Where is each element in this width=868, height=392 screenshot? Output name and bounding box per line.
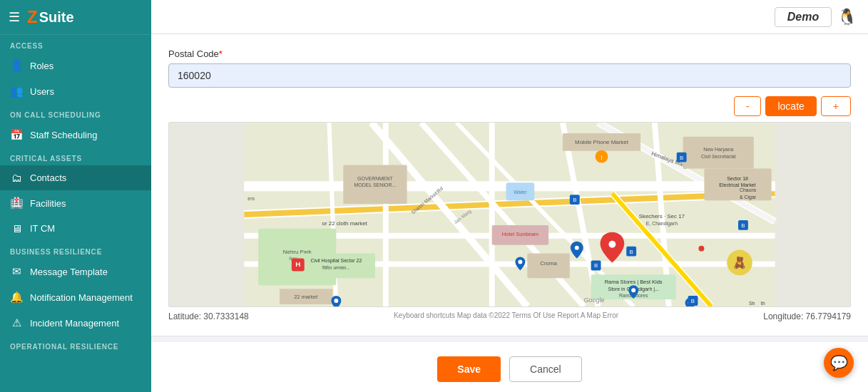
svg-text:Croma: Croma <box>540 260 557 267</box>
svg-text:Skechers · Sec 17: Skechers · Sec 17 <box>639 213 685 220</box>
hamburger-icon[interactable]: ☰ <box>9 9 20 25</box>
svg-text:Sector 18: Sector 18 <box>727 176 748 181</box>
svg-text:GOVERNMENT: GOVERNMENT <box>357 176 393 181</box>
svg-text:or 22 cloth market: or 22 cloth market <box>322 220 368 227</box>
chat-icon: 💬 <box>830 354 848 371</box>
longitude-text: Longitude: 76.7794179 <box>763 311 851 321</box>
map-svg: Nehru Park नेहरू पार्क GOVERNMENT MODEL … <box>169 123 850 306</box>
map-controls: - locate + <box>168 96 851 116</box>
incident-icon: ⚠ <box>10 316 23 329</box>
svg-point-61 <box>575 246 579 250</box>
main-content: Demo 🐧 Postal Code* - locate + <box>151 0 868 392</box>
sidebar-item-label: Contacts <box>30 172 66 183</box>
sidebar-item-notification-management[interactable]: 🔔 Notification Management <box>0 284 151 310</box>
action-card: Save Cancel <box>151 342 868 392</box>
svg-text:B: B <box>630 249 633 255</box>
svg-rect-30 <box>683 137 754 169</box>
sidebar-item-label: Roles <box>30 61 53 71</box>
map-attribution: Keyboard shortcuts Map data ©2022 Terms … <box>394 311 618 321</box>
svg-text:सिविल अस्पताल...: सिविल अस्पताल... <box>322 265 349 270</box>
svg-point-65 <box>334 299 338 303</box>
svg-point-84 <box>698 246 704 252</box>
svg-text:ers: ers <box>247 196 255 201</box>
map-info: Latitude: 30.7333148 Keyboard shortcuts … <box>168 311 851 321</box>
sidebar: ☰ Z Suite ACCESS 👤 Roles 👥 Users ON CALL… <box>0 0 151 392</box>
sidebar-item-label: Incident Management <box>30 318 119 329</box>
svg-text:Chaura: Chaura <box>740 187 756 192</box>
svg-point-60 <box>608 241 616 248</box>
staff-scheduling-icon: 📅 <box>10 128 23 141</box>
map-zoom-out-button[interactable]: - <box>734 96 762 116</box>
section-label-oncall: ON CALL SCHEDULING <box>0 104 151 122</box>
svg-text:Civil Hospital Sector 22: Civil Hospital Sector 22 <box>311 258 362 264</box>
logo-z: Z <box>27 7 38 27</box>
section-label-business: BUSINESS RESILIENCE <box>0 241 151 259</box>
svg-text:Hotel Sunbeam: Hotel Sunbeam <box>502 231 538 237</box>
topbar: Demo 🐧 <box>151 0 868 34</box>
demo-input[interactable]: Demo <box>775 7 832 27</box>
save-button[interactable]: Save <box>437 356 501 382</box>
sidebar-item-label: Notification Management <box>30 292 133 303</box>
form-card: Postal Code* - locate + <box>151 34 868 336</box>
svg-text:B: B <box>573 197 576 203</box>
svg-text:& Cigar: & Cigar <box>740 195 757 200</box>
svg-text:!: ! <box>601 153 603 161</box>
chat-fab-button[interactable]: 💬 <box>824 348 854 378</box>
svg-text:Rama Stores | Best Kids: Rama Stores | Best Kids <box>605 279 663 285</box>
topbar-demo: Demo 🐧 <box>775 7 857 27</box>
svg-text:B: B <box>680 155 683 161</box>
sidebar-item-facilities[interactable]: 🏥 Facilities <box>0 190 151 216</box>
roles-icon: 👤 <box>10 59 23 72</box>
sidebar-item-itcm[interactable]: 🖥 IT CM <box>0 216 151 241</box>
sidebar-item-label: Users <box>30 86 54 97</box>
cancel-button[interactable]: Cancel <box>509 356 582 382</box>
sidebar-item-roles[interactable]: 👤 Roles <box>0 53 151 78</box>
latitude-text: Latitude: 30.7333148 <box>168 311 249 321</box>
svg-text:Water: Water <box>514 190 527 195</box>
svg-point-62 <box>518 260 522 264</box>
section-label-operational: OPERATIONAL RESILIENCE <box>0 336 151 354</box>
svg-text:B: B <box>594 262 598 269</box>
sidebar-header: ☰ Z Suite <box>0 0 151 35</box>
map-container[interactable]: Nehru Park नेहरू पार्क GOVERNMENT MODEL … <box>168 122 851 307</box>
postal-code-input[interactable] <box>168 63 851 88</box>
svg-text:MODEL SENIOR...: MODEL SENIOR... <box>354 182 397 187</box>
svg-text:H: H <box>295 260 300 268</box>
svg-text:B: B <box>741 222 745 229</box>
svg-text:th: th <box>761 301 765 306</box>
svg-text:Electrical Market: Electrical Market <box>719 182 755 187</box>
message-template-icon: ✉ <box>10 265 23 278</box>
section-label-access: ACCESS <box>0 35 151 53</box>
sidebar-item-contacts[interactable]: 🗂 Contacts <box>0 165 151 190</box>
linux-icon: 🐧 <box>837 8 857 26</box>
itcm-icon: 🖥 <box>10 222 23 234</box>
sidebar-item-label: IT CM <box>30 223 55 234</box>
sidebar-item-incident-management[interactable]: ⚠ Incident Management <box>0 310 151 336</box>
content-area: Postal Code* - locate + <box>151 34 868 392</box>
svg-text:🧸: 🧸 <box>732 256 747 269</box>
sidebar-item-users[interactable]: 👥 Users <box>0 78 151 104</box>
map-zoom-in-button[interactable]: + <box>821 96 851 116</box>
sidebar-item-label: Facilities <box>30 198 66 209</box>
svg-text:Mobile Phone Market: Mobile Phone Market <box>575 139 629 145</box>
sidebar-item-message-template[interactable]: ✉ Message Template <box>0 259 151 284</box>
svg-text:B: B <box>691 298 695 304</box>
postal-code-label: Postal Code* <box>168 48 851 59</box>
notification-icon: 🔔 <box>10 291 23 304</box>
svg-point-63 <box>631 288 635 292</box>
facilities-icon: 🏥 <box>10 197 23 210</box>
contacts-icon: 🗂 <box>10 172 23 184</box>
svg-text:Google: Google <box>584 296 605 304</box>
svg-text:New Haryana: New Haryana <box>703 147 733 153</box>
svg-text:22 market: 22 market <box>294 294 318 300</box>
svg-text:Civil Secretariat: Civil Secretariat <box>701 154 736 159</box>
svg-text:Sh: Sh <box>749 301 755 306</box>
logo-name: Suite <box>39 9 74 26</box>
sidebar-item-label: Staff Scheduling <box>30 130 97 140</box>
users-icon: 👥 <box>10 85 23 98</box>
map-locate-button[interactable]: locate <box>765 96 816 116</box>
sidebar-item-staff-scheduling[interactable]: 📅 Staff Scheduling <box>0 122 151 148</box>
sidebar-item-label: Message Template <box>30 267 108 277</box>
section-label-critical-assets: CRITICAL ASSETS <box>0 148 151 165</box>
svg-text:E, Chandigarh: E, Chandigarh <box>646 221 678 227</box>
